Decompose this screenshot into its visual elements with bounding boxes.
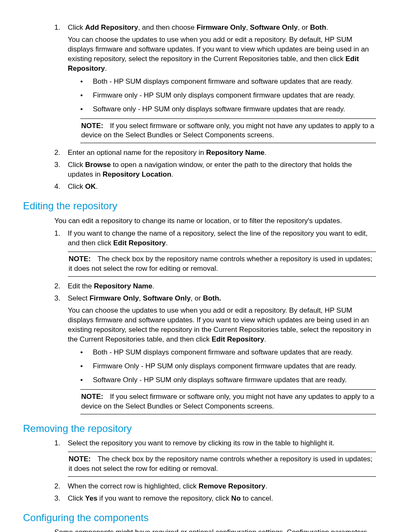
note-text: If you select firmware or software only,… (81, 122, 374, 139)
bold: OK (85, 182, 96, 190)
bold: Firmware Only (197, 23, 246, 31)
step-description: You can choose the updates to use when y… (68, 35, 376, 74)
text: . (166, 239, 168, 247)
bullet-list: Both - HP SUM displays component firmwar… (80, 348, 376, 385)
step-number: 1. (54, 23, 60, 33)
text: , or (298, 23, 310, 31)
step-number: 3. (54, 494, 60, 504)
step-1: 1. Select the repository you want to rem… (54, 439, 376, 477)
bold: Repository Name (206, 149, 265, 157)
note-label: NOTE: (69, 255, 91, 263)
step-number: 1. (54, 439, 60, 448)
text: . (105, 64, 107, 72)
heading-editing-repository: Editing the repository (23, 199, 376, 213)
bold: Both (310, 23, 326, 31)
bold: Repository Location (102, 170, 171, 178)
intro-text: You can edit a repository to change its … (54, 216, 376, 226)
note-box: NOTE:The check box by the repository nam… (68, 252, 376, 277)
step-3: 3. Click Browse to open a navigation win… (54, 160, 376, 180)
step-3: 3. Click Yes if you want to remove the r… (54, 494, 376, 504)
note-text: The check box by the repository name con… (69, 455, 373, 473)
bold: Software Only (143, 294, 191, 302)
text: . (96, 182, 98, 190)
bold: Browse (85, 161, 111, 169)
step-text: Click Add Repository, and then choose Fi… (68, 23, 328, 31)
section-a-steps: 1. Click Add Repository, and then choose… (54, 23, 376, 192)
text: Select (68, 294, 90, 302)
step-3: 3. Select Firmware Only, Software Only, … (54, 294, 376, 414)
text: Click (68, 161, 85, 169)
bold: Software Only (250, 23, 298, 31)
step-number: 2. (54, 482, 60, 491)
bold: Repository Name (94, 282, 152, 290)
text: , (139, 294, 143, 302)
text: When the correct row is highlighted, cli… (68, 482, 199, 490)
note-text: If you select firmware or software only,… (81, 393, 374, 410)
text: . (152, 282, 154, 290)
note-label: NOTE: (81, 122, 103, 130)
bold: No (231, 494, 241, 502)
bullet-item: Software only - HP SUM only displays sof… (80, 105, 376, 114)
bullet-item: Software Only - HP SUM only displays sof… (80, 375, 376, 385)
bullet-item: Firmware Only - HP SUM only displays com… (80, 362, 376, 371)
note-label: NOTE: (69, 455, 91, 463)
bold: Remove Repository (199, 482, 266, 490)
text: . (264, 335, 266, 343)
step-number: 1. (54, 229, 60, 239)
bold: Yes (85, 494, 97, 502)
step-2: 2. Edit the Repository Name. (54, 282, 376, 291)
bullet-item: Firmware only - HP SUM only displays com… (80, 91, 376, 100)
bullet-item: Both - HP SUM displays component firmwar… (80, 77, 376, 87)
note-label: NOTE: (81, 393, 103, 401)
step-number: 2. (54, 282, 60, 291)
bold: Edit Repository (212, 335, 264, 343)
text: . (171, 170, 174, 178)
editing-steps: 1. If you want to change the name of a r… (54, 229, 376, 414)
note-text: The check box by the repository name con… (69, 255, 373, 272)
step-1: 1. If you want to change the name of a r… (54, 229, 376, 277)
step-number: 3. (54, 294, 60, 303)
note-box: NOTE:The check box by the repository nam… (68, 452, 376, 477)
step-4: 4. Click OK. (54, 182, 376, 192)
text: , (246, 23, 250, 31)
step-2: 2. When the correct row is highlighted, … (54, 482, 376, 491)
bullet-list: Both - HP SUM displays component firmwar… (80, 77, 376, 114)
step-number: 2. (54, 148, 60, 158)
text: If you want to change the name of a repo… (68, 229, 368, 247)
step-1: 1. Click Add Repository, and then choose… (54, 23, 376, 143)
bullet-item: Both - HP SUM displays component firmwar… (80, 348, 376, 357)
configuring-text: Some components might have required or o… (54, 528, 376, 532)
text: , or (191, 294, 203, 302)
text: Click (68, 494, 85, 502)
text: . (265, 482, 267, 490)
text: . (326, 23, 328, 31)
bold: Edit Repository (113, 239, 166, 247)
note-box: NOTE:If you select firmware or software … (80, 389, 376, 414)
text: if you want to remove the repository, cl… (97, 494, 231, 502)
bold: Firmware Only (90, 294, 139, 302)
text: to cancel. (241, 494, 274, 502)
bold: Both. (203, 294, 221, 302)
heading-removing-repository: Removing the repository (23, 422, 376, 435)
removing-steps: 1. Select the repository you want to rem… (54, 439, 376, 504)
text: Click (68, 23, 85, 31)
heading-configuring-components: Configuring the components (23, 511, 376, 524)
page-content: 1. Click Add Repository, and then choose… (23, 23, 376, 532)
text: , and then choose (138, 23, 197, 31)
text: Enter an optional name for the repositor… (68, 149, 206, 157)
step-number: 3. (54, 160, 60, 170)
note-box: NOTE:If you select firmware or software … (80, 118, 376, 144)
text: Edit the (68, 282, 94, 290)
step-description: You can choose the updates to use when y… (68, 306, 376, 344)
text: You can choose the updates to use when y… (68, 36, 369, 63)
text: . (265, 149, 267, 157)
bold: Add Repository (85, 23, 138, 31)
step-2: 2. Enter an optional name for the reposi… (54, 148, 376, 158)
text: Select the repository you want to remove… (68, 439, 335, 447)
text: Click (68, 182, 85, 190)
step-number: 4. (54, 182, 60, 192)
